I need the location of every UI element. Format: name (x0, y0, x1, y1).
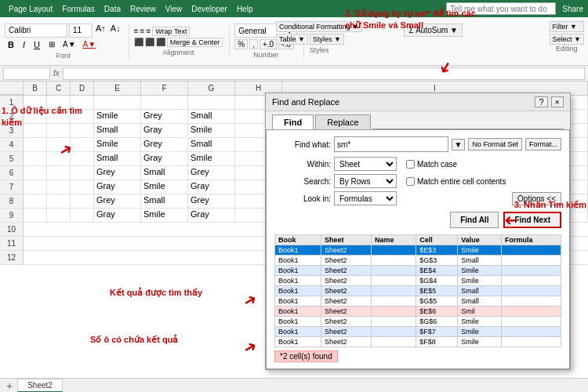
fill-color-button[interactable]: A▼ (60, 40, 78, 49)
ribbon-tab-formulas[interactable]: Formulas (58, 3, 99, 15)
dropdown-arrow-icon[interactable]: ▼ (452, 139, 466, 151)
result-row-7[interactable]: Book1 Sheet2 $E$6 Smil (275, 307, 561, 317)
cell-c7[interactable] (47, 180, 71, 194)
match-entire-checkbox[interactable] (406, 177, 415, 186)
row-header[interactable]: 9 (0, 209, 24, 223)
formula-input[interactable] (63, 67, 585, 80)
align-bottom-icon[interactable]: ≡ (146, 27, 151, 36)
bold-button[interactable]: B (5, 39, 17, 50)
cell-g8[interactable]: Grey (188, 194, 235, 209)
result-row-9[interactable]: Book1 Sheet2 $F$7 Smile (275, 327, 561, 337)
row-header[interactable]: 5 (0, 152, 24, 166)
cell-styles-button[interactable]: Styles ▼ (310, 34, 344, 45)
col-header-c[interactable]: C (47, 82, 71, 95)
cell-e9[interactable]: Gray (94, 209, 141, 223)
result-row-10[interactable]: Book1 Sheet2 $F$8 Smile (275, 337, 561, 347)
cell-g7[interactable]: Gray (188, 180, 235, 194)
increase-decimal-button[interactable]: +.0 (260, 39, 277, 49)
cell-c9[interactable] (47, 209, 71, 223)
comma-button[interactable]: , (249, 39, 258, 49)
tab-find[interactable]: Find (272, 114, 314, 129)
row-header[interactable]: 4 (0, 138, 24, 152)
search-select[interactable]: By Rows (334, 174, 397, 188)
cell-f7[interactable]: Smile (141, 180, 188, 194)
cell-g5[interactable]: Smile (188, 152, 235, 166)
format-button[interactable]: Format... (525, 138, 561, 151)
align-top-icon[interactable]: ≡ (134, 27, 139, 36)
font-decrease-icon[interactable]: A↓ (109, 24, 122, 38)
row-header[interactable]: 11 (0, 237, 24, 251)
ribbon-tab-help[interactable]: Help (233, 3, 257, 15)
result-row-5[interactable]: Book1 Sheet2 $E$5 Small (275, 286, 561, 296)
sheet-tab-sheet2[interactable]: Sheet2 (17, 379, 63, 393)
find-what-input[interactable] (334, 136, 448, 152)
cell-f3[interactable]: Gray (141, 124, 188, 138)
ribbon-tab-developer[interactable]: Developer (187, 3, 231, 15)
align-left-icon[interactable]: ⬛ (134, 38, 143, 47)
name-box[interactable] (3, 67, 50, 80)
col-header-e[interactable]: E (94, 82, 141, 95)
find-all-button[interactable]: Find All (450, 212, 499, 228)
row-header[interactable]: 7 (0, 180, 24, 194)
align-right-icon[interactable]: ⬛ (156, 38, 165, 47)
font-increase-icon[interactable]: A↑ (94, 24, 107, 38)
new-sheet-button[interactable]: + (3, 379, 16, 392)
ribbon-tab-view[interactable]: View (162, 3, 187, 15)
col-header-f[interactable]: F (141, 82, 188, 95)
ribbon-tab-data[interactable]: Data (100, 3, 125, 15)
merge-center-button[interactable]: Merge & Center (167, 38, 223, 47)
cell-d8[interactable] (71, 194, 94, 209)
cell-e6[interactable]: Grey (94, 166, 141, 180)
border-button[interactable]: ⊞ (45, 39, 58, 49)
font-name-box[interactable]: Calibri (5, 24, 67, 38)
cell-e8[interactable]: Grey (94, 194, 141, 209)
cell-g1[interactable] (188, 96, 235, 110)
cell-b9[interactable] (24, 209, 47, 223)
format-as-table-button[interactable]: Table ▼ (276, 34, 308, 45)
result-row-1[interactable]: Book1 Sheet2 $E$3 Smile (275, 245, 561, 256)
cell-g9[interactable]: Gray (188, 209, 235, 223)
select-button[interactable]: Select ▼ (550, 34, 584, 45)
ribbon-tab-page-layout[interactable]: Page Layout (5, 3, 56, 15)
no-format-button[interactable]: No Format Set (468, 138, 522, 151)
result-row-4[interactable]: Book1 Sheet2 $G$4 Smile (275, 276, 561, 286)
result-row-8[interactable]: Book1 Sheet2 $G$6 Smile (275, 317, 561, 327)
cell-e5[interactable]: Small (94, 152, 141, 166)
cell-d4[interactable] (71, 138, 94, 152)
dialog-help-button[interactable]: ? (535, 96, 547, 107)
cell-e7[interactable]: Gray (94, 180, 141, 194)
match-case-checkbox[interactable] (406, 160, 415, 169)
dialog-close-button[interactable]: × (551, 96, 564, 107)
cell-f8[interactable]: Small (141, 194, 188, 209)
within-select[interactable]: Sheet (334, 157, 397, 171)
result-row-3[interactable]: Book1 Sheet2 $E$4 Smile (275, 266, 561, 276)
italic-button[interactable]: I (20, 39, 28, 50)
look-in-select[interactable]: Formulas (334, 191, 397, 205)
cell-b7[interactable] (24, 180, 47, 194)
cell-e2[interactable]: Smile (94, 110, 141, 124)
font-size-box[interactable]: 11 (69, 24, 93, 38)
percent-button[interactable]: % (234, 39, 248, 49)
col-header-d[interactable]: D (71, 82, 94, 95)
font-color-button[interactable]: A▼ (81, 40, 99, 49)
result-row-2[interactable]: Book1 Sheet2 $G$3 Small (275, 256, 561, 266)
align-center-icon[interactable]: ⬛ (145, 38, 154, 47)
cell-b4[interactable] (24, 138, 47, 152)
cell-e1[interactable] (94, 96, 141, 110)
row-header[interactable]: 10 (0, 223, 24, 237)
cell-e3[interactable]: Small (94, 124, 141, 138)
cell-f4[interactable]: Grey (141, 138, 188, 152)
cell-c8[interactable] (47, 194, 71, 209)
tab-replace[interactable]: Replace (315, 114, 370, 129)
col-header-b[interactable]: B (24, 82, 47, 95)
cell-b5[interactable] (24, 152, 47, 166)
underline-button[interactable]: U (31, 39, 43, 50)
cell-c6[interactable] (47, 166, 71, 180)
cell-d9[interactable] (71, 209, 94, 223)
ribbon-tab-review[interactable]: Review (126, 3, 160, 15)
cell-d6[interactable] (71, 166, 94, 180)
cell-f9[interactable]: Smile (141, 209, 188, 223)
row-header[interactable]: 12 (0, 251, 24, 265)
cell-g6[interactable]: Grey (188, 166, 235, 180)
cell-f2[interactable]: Grey (141, 110, 188, 124)
